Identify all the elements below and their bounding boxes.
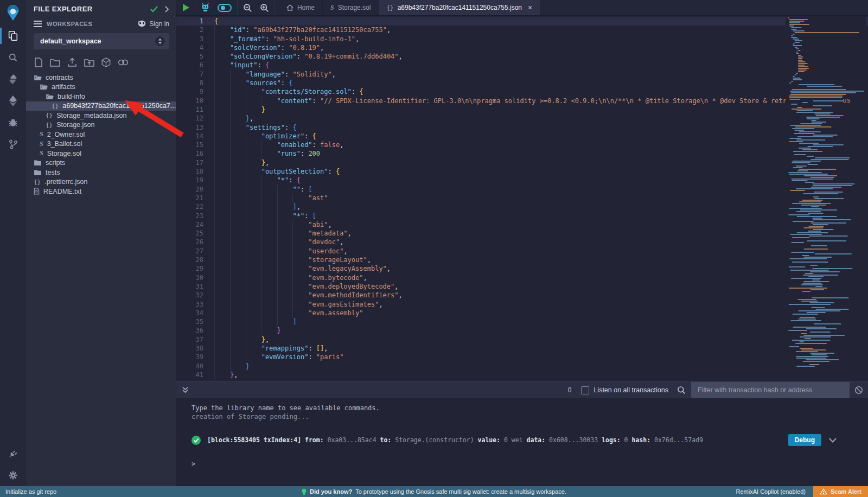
sidebar-item-debugger[interactable]	[0, 112, 26, 133]
code-line-40[interactable]: 40}	[176, 362, 868, 371]
sidebar-item-search[interactable]	[0, 47, 26, 68]
terminal-output[interactable]: Type the library name to see available c…	[176, 398, 868, 468]
code-line-28[interactable]: 28"storageLayout",	[176, 256, 868, 264]
code-line-37[interactable]: 37},	[176, 335, 868, 344]
code-line-18[interactable]: 18"outputSelection": {	[176, 167, 868, 176]
transaction-log-row[interactable]: [block:5583405 txIndex:4] from: 0xa03...…	[192, 434, 868, 446]
code-line-13[interactable]: 13"settings": {	[176, 123, 868, 132]
code-line-7[interactable]: 7"language": "Solidity",	[176, 70, 868, 79]
sidebar-item-file-explorer[interactable]	[0, 25, 26, 47]
tree-item-tests[interactable]: tests	[26, 168, 176, 177]
upload-file-icon[interactable]	[67, 58, 77, 67]
line-number: 1	[176, 17, 203, 26]
code-line-14[interactable]: 14"optimizer": {	[176, 132, 868, 141]
zoom-in-icon[interactable]	[256, 3, 273, 12]
code-line-26[interactable]: 26"devdoc",	[176, 238, 868, 246]
sidebar-item-deploy-run[interactable]	[0, 90, 26, 112]
remix-logo-icon[interactable]	[0, 0, 26, 25]
code-line-33[interactable]: 33"evm.gasEstimates",	[176, 300, 868, 309]
code-line-29[interactable]: 29"evm.legacyAssembly",	[176, 264, 868, 273]
link-icon[interactable]	[118, 59, 129, 66]
code-line-6[interactable]: 6"input": {	[176, 61, 868, 69]
transaction-filter-input[interactable]	[691, 382, 850, 398]
tree-item-contracts[interactable]: contracts	[26, 73, 176, 82]
indent-guide	[261, 309, 277, 317]
code-line-15[interactable]: 15"enabled": false,	[176, 141, 868, 149]
code-line-11[interactable]: 11}	[176, 105, 868, 114]
code-line-10[interactable]: 10"content": "// SPDX-License-Identifier…	[176, 97, 868, 105]
expand-transaction-chevron-icon[interactable]	[829, 438, 837, 443]
code-line-24[interactable]: 24"abi",	[176, 220, 868, 229]
code-line-8[interactable]: 8"sources": {	[176, 79, 868, 87]
code-line-38[interactable]: 38"remappings": [],	[176, 344, 868, 353]
listen-all-transactions-checkbox[interactable]	[581, 386, 589, 394]
code-line-2[interactable]: 2"id": "a69b43f277ba20fcac141151250ca755…	[176, 26, 868, 34]
tree-item-readme-txt[interactable]: README.txt	[26, 187, 176, 196]
zoom-out-icon[interactable]	[239, 3, 256, 12]
hamburger-menu-icon[interactable]	[34, 21, 42, 27]
sidebar-item-git[interactable]	[0, 133, 26, 155]
tree-item-3-ballot-sol[interactable]: S3_Ballot.sol	[26, 139, 176, 149]
code-line-4[interactable]: 4"solcVersion": "0.8.19",	[176, 43, 868, 52]
code-line-39[interactable]: 39"evmVersion": "paris"	[176, 353, 868, 361]
code-line-22[interactable]: 22],	[176, 202, 868, 211]
upload-folder-icon[interactable]	[84, 58, 94, 67]
code-line-31[interactable]: 31"evm.deployedBytecode",	[176, 282, 868, 291]
code-line-16[interactable]: 16"runs": 200	[176, 149, 868, 158]
terminal-prompt[interactable]: >	[192, 460, 868, 468]
code-line-5[interactable]: 5"solcLongVersion": "0.8.19+commit.7dd6d…	[176, 52, 868, 61]
code-line-30[interactable]: 30"evm.bytecode",	[176, 273, 868, 282]
copilot-status[interactable]: RemixAI Copilot (enabled)	[736, 488, 806, 495]
new-folder-icon[interactable]	[50, 58, 60, 67]
code-line-36[interactable]: 36}	[176, 326, 868, 335]
tree-item-storage-sol[interactable]: SStorage.sol	[26, 149, 176, 158]
tree-item-a69b43f277ba20fcac141151250ca7-[interactable]: {}a69b43f277ba20fcac141151250ca7...	[26, 101, 176, 111]
tree-item-storage-json[interactable]: {}Storage.json	[26, 120, 176, 130]
git-init-status[interactable]: Initialize as git repo	[0, 488, 56, 495]
tab-storage-sol[interactable]: SStorage.sol	[323, 0, 379, 15]
code-line-27[interactable]: 27"userdoc",	[176, 247, 868, 256]
tree-item-build-info[interactable]: build-info	[26, 92, 176, 101]
tree-item-artifacts[interactable]: artifacts	[26, 82, 176, 92]
indent-guide	[277, 273, 293, 282]
new-file-icon[interactable]	[34, 58, 43, 67]
chevron-right-icon[interactable]	[164, 6, 169, 12]
code-line-32[interactable]: 32"evm.methodIdentifiers",	[176, 291, 868, 300]
sidebar-item-settings[interactable]	[0, 464, 26, 486]
sidebar-item-plugin-manager[interactable]	[0, 443, 26, 464]
code-line-20[interactable]: 20"": [	[176, 185, 868, 194]
workspace-select[interactable]: default_workspace	[34, 33, 169, 49]
tree-item-scripts[interactable]: scripts	[26, 158, 176, 168]
code-line-12[interactable]: 12},	[176, 114, 868, 123]
scam-alert-badge[interactable]: Scam Alert	[813, 486, 868, 497]
tree-item--prettierrc-json[interactable]: {}.prettierrc.json	[26, 177, 176, 187]
tab-home[interactable]: Home	[279, 0, 323, 15]
code-line-17[interactable]: 17},	[176, 158, 868, 167]
tree-item-storage-metadata-json[interactable]: {}Storage_metadata.json	[26, 111, 176, 120]
clear-console-icon[interactable]	[850, 386, 868, 394]
code-editor[interactable]: 1{2"id": "a69b43f277ba20fcac141151250ca7…	[176, 15, 868, 381]
close-tab-icon[interactable]: ×	[528, 4, 532, 11]
code-line-3[interactable]: 3"_format": "hh-sol-build-info-1",	[176, 35, 868, 43]
code-line-34[interactable]: 34"evm.assembly"	[176, 309, 868, 317]
ai-copilot-robot-icon[interactable]	[197, 3, 214, 12]
copilot-toggle[interactable]	[214, 4, 235, 12]
indent-guide	[261, 256, 277, 264]
code-line-35[interactable]: 35]	[176, 317, 868, 326]
code-line-21[interactable]: 21"ast"	[176, 194, 868, 202]
sign-in-button[interactable]: Sign in	[137, 20, 169, 28]
run-script-button[interactable]	[178, 4, 193, 11]
ipfs-box-icon[interactable]	[101, 58, 111, 67]
tab-a69b43f277ba20fcac141151250ca755-json[interactable]: {}a69b43f277ba20fcac141151250ca755.json×	[379, 0, 540, 15]
code-line-9[interactable]: 9"contracts/Storage.sol": {	[176, 87, 868, 96]
collapse-terminal-icon[interactable]	[182, 386, 189, 394]
code-line-1[interactable]: 1{	[176, 17, 868, 26]
code-line-19[interactable]: 19"*": {	[176, 176, 868, 184]
debug-button[interactable]: Debug	[788, 434, 821, 446]
minimap[interactable]	[786, 15, 866, 379]
code-line-41[interactable]: 41},	[176, 371, 868, 379]
sidebar-item-solidity-compiler[interactable]	[0, 68, 26, 90]
code-line-25[interactable]: 25"metadata",	[176, 229, 868, 238]
code-line-23[interactable]: 23"*": [	[176, 212, 868, 220]
tree-item-2-owner-sol[interactable]: S2_Owner.sol	[26, 130, 176, 139]
